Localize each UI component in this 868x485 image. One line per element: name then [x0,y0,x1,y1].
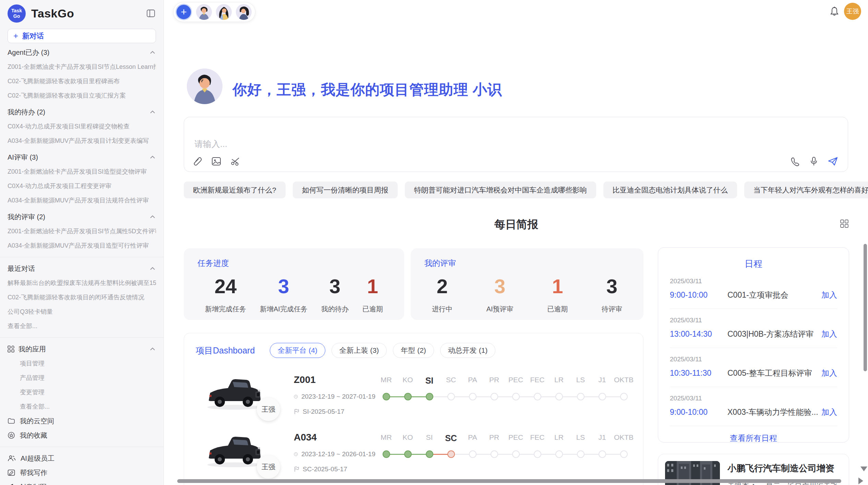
link-label: 我的云空间 [20,416,54,426]
image-upload-icon[interactable] [212,157,221,166]
recent-chats-header[interactable]: 最近对话 [8,261,156,276]
milestone-dot [469,393,477,400]
sidebar-tool[interactable]: AI超级员工 [8,451,156,465]
chevron-up-icon[interactable] [149,49,156,56]
recent-chat-item[interactable]: 解释最新出台的欧盟报废车法规再生塑料比例被调至15%... [8,276,156,290]
milestone-dot [447,393,455,400]
feather-icon [8,483,14,485]
sidebar-item[interactable]: A034-全新新能源MUV产品开发项目计划变更表编写 [8,134,156,148]
milestone-track: MRKOSISCPAPRPECFECLRLSJ1OKTB [375,376,635,405]
event-time: 13:00-14:30 [670,329,727,339]
event-time: 10:30-11:30 [670,369,727,378]
dashboard-filter-chip[interactable]: 全新平台 (4) [270,343,325,358]
attachment-icon[interactable] [193,157,202,166]
chat-input-card[interactable]: 请输入... [184,117,848,172]
sidebar-section-header[interactable]: AI评审 (3) [8,150,156,164]
sidebar-item[interactable]: Z001-全新燃油轻卡产品开发项目SI造型提交物评审 [8,164,156,179]
sidebar-item[interactable]: C02-飞腾新能源轻客改款项目里程碑画布 [8,74,156,88]
new-chat-button[interactable]: + 新对话 [8,29,156,43]
project-info: Z0012023-12-19 ~ 2027-01-19SI-2025-05-17 [294,374,375,415]
screenshot-scissors-icon[interactable] [231,157,240,166]
chat-input-placeholder: 请输入... [194,138,227,150]
my-apps-header[interactable]: 我的应用 [8,342,156,356]
chevron-up-icon[interactable] [149,109,156,115]
agent-avatar-3[interactable] [236,4,252,20]
milestone-label: LS [570,433,591,443]
layout-grid-icon[interactable] [840,219,849,228]
milestone-dot [426,393,433,400]
sidebar-item[interactable]: C0X4-动力总成开发项目工程变更评审 [8,179,156,193]
milestone-dot [491,393,498,400]
sidebar-section-header[interactable]: Agent已办 (3) [8,45,156,60]
sidebar-item[interactable]: A034-全新新能源MUV产品开发项目造型可行性评审 [8,238,156,253]
view-all-schedule-link[interactable]: 查看所有日程 [670,426,837,450]
chevron-up-icon[interactable] [149,265,156,272]
app-item[interactable]: 查看全部... [8,399,156,414]
sidebar-section-header[interactable]: 我的待办 (2) [8,105,156,119]
add-agent-button[interactable]: + [176,4,192,20]
divider [0,337,164,338]
project-dashboard-card: 项目Dashboard 全新平台 (4)全新上装 (3)年型 (2)动总开发 (… [184,333,643,485]
milestone-label: LS [570,376,591,386]
main-area: + [164,0,868,485]
suggestion-chip[interactable]: 如何写一份清晰的项目周报 [293,182,398,198]
suggestion-chip[interactable]: 比亚迪全固态电池计划具体说了什么 [603,182,737,198]
sidebar-item[interactable]: C0X4-动力总成开发项目SI里程碑提交物检查 [8,119,156,134]
app-item[interactable]: 产品管理 [8,371,156,385]
app-item[interactable]: 变更管理 [8,385,156,399]
vertical-scrollbar[interactable] [864,244,867,371]
milestone-label: MR [375,376,397,386]
send-icon[interactable] [828,157,838,166]
milestone-label: LR [548,433,570,443]
sidebar-links: 我的云空间我的收藏 [8,414,156,443]
milestone-dot [599,450,606,458]
recent-chat-item[interactable]: 公司Q3轻卡销量 [8,304,156,319]
recent-chat-item[interactable]: 查看全部... [8,319,156,333]
suggestion-chip[interactable]: 欧洲新规最近颁布了什么? [184,182,286,198]
clock-icon [294,451,298,457]
join-meeting-link[interactable]: 加入 [821,329,837,339]
project-image: 王强 [204,431,264,469]
recent-chat-item[interactable]: C02-飞腾新能源轻客改款项目的闭环通告反馈情况 [8,290,156,304]
chevron-up-icon[interactable] [149,154,156,161]
voice-call-icon[interactable] [791,157,800,166]
milestone-label: PA [462,376,483,386]
project-row: 王强Z0012023-12-19 ~ 2027-01-19SI-2025-05-… [196,374,643,415]
schedule-title: 日程 [670,258,837,270]
sidebar-item[interactable]: Z001-全新燃油轻卡产品开发项目SI节点属性5D文件评审 [8,224,156,238]
sidebar-item[interactable]: A034-全新新能源MUV产品开发项目法规符合性评审 [8,193,156,208]
sidebar-link[interactable]: 我的云空间 [8,414,156,428]
divider [0,257,164,257]
join-meeting-link[interactable]: 加入 [821,368,837,378]
dashboard-filter-chip[interactable]: 动总开发 (1) [440,343,496,358]
chevron-up-icon[interactable] [149,346,156,352]
user-avatar[interactable]: 王强 [844,3,861,20]
collapse-sidebar-icon[interactable] [146,9,155,18]
chevron-up-icon[interactable] [149,213,156,220]
event-time: 9:00-10:00 [670,408,727,417]
sidebar-tool[interactable]: 帮我写作 [8,465,156,480]
agent-avatar-2[interactable] [216,4,232,20]
sidebar-section-header[interactable]: 我的评审 (2) [8,210,156,224]
agent-avatar-1[interactable] [196,4,212,20]
microphone-icon[interactable] [810,157,818,166]
suggestion-chip[interactable]: 特朗普可能对进口汽车增税会对中国车企造成哪些影响 [405,182,596,198]
horizontal-scrollbar[interactable] [177,479,841,483]
notifications-bell-icon[interactable] [830,6,839,16]
project-info: A0342023-12-19 ~ 2026-01-19SC-2025-05-17 [294,431,375,473]
dashboard-filter-chip[interactable]: 年型 (2) [393,343,434,358]
schedule-card: 日程 2025/03/119:00-10:00C001-立项审批会加入2025/… [658,247,849,443]
dashboard-filter-chip[interactable]: 全新上装 (3) [331,343,387,358]
sidebar-link[interactable]: 我的收藏 [8,428,156,443]
scroll-right-arrow[interactable] [858,477,863,484]
suggestion-chip[interactable]: 当下年轻人对汽车外观有怎样的喜好趋势 [744,182,868,198]
app-item[interactable]: 项目管理 [8,356,156,371]
sidebar-item[interactable]: Z001-全新燃油皮卡产品开发项目SI节点Lesson Learn报告 [8,60,156,74]
stat-cell: 1已逾期 [547,275,568,314]
join-meeting-link[interactable]: 加入 [821,407,837,418]
sidebar-item[interactable]: C02-飞腾新能源轻客改款项目立项汇报方案 [8,88,156,103]
milestone-label: PEC [505,433,527,443]
sidebar-tool[interactable]: 创意制图 [8,480,156,485]
join-meeting-link[interactable]: 加入 [821,290,837,300]
scroll-down-arrow[interactable] [860,467,867,471]
